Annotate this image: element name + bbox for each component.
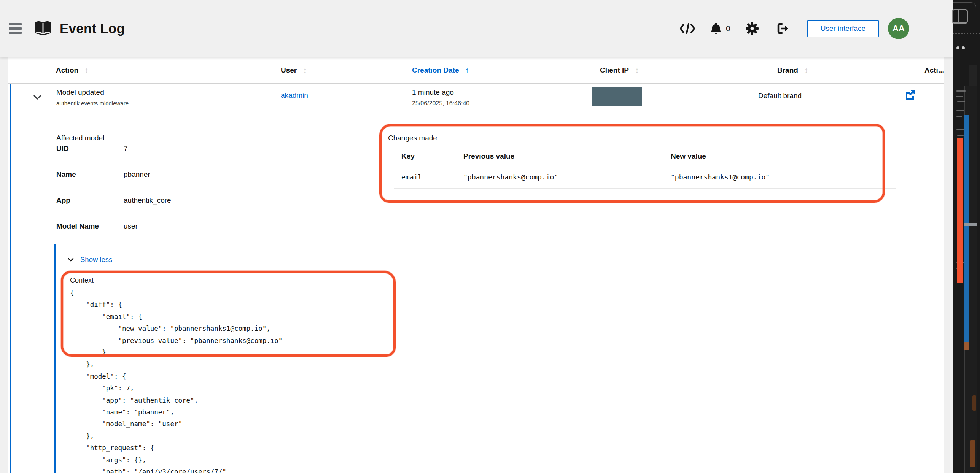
event-source: authentik.events.middleware [56, 100, 129, 106]
field-label-app: App [56, 196, 70, 205]
dot [956, 46, 959, 49]
changes-made-title: Changes made: [388, 134, 439, 142]
column-header-client-ip[interactable]: Client IP ↕ [600, 57, 639, 84]
event-log-book-icon [35, 20, 51, 37]
column-header-action[interactable]: Action ↕ [56, 57, 89, 84]
page-title: Event Log [60, 21, 125, 36]
sort-icon: ↕ [84, 66, 89, 75]
side-window-sliver[interactable] [953, 0, 980, 473]
change-key: email [401, 173, 422, 181]
changes-col-new: New value [671, 152, 706, 160]
table-header-row: Action ↕ User ↕ Creation Date ↑ Client I… [8, 57, 944, 84]
change-previous-value: "pbannershanks@comp.io" [463, 173, 558, 181]
field-value-app: authentik_core [124, 196, 171, 205]
top-bar: Event Log 0 [0, 0, 953, 57]
top-actions: 0 [679, 0, 909, 57]
field-value-uid: 7 [124, 144, 128, 153]
brand-value: Default brand [758, 92, 802, 100]
notification-count: 0 [726, 24, 730, 33]
sort-ascending-icon: ↑ [465, 66, 469, 75]
field-value-name: pbanner [124, 170, 150, 179]
mini-brown-bar [964, 342, 969, 350]
field-label-name: Name [56, 170, 76, 179]
column-header-brand[interactable]: Brand ↕ [777, 57, 808, 84]
affected-model-label: Affected model: [56, 134, 107, 142]
changes-col-key: Key [401, 152, 415, 160]
column-header-user[interactable]: User ↕ [281, 57, 307, 84]
event-action: Model updated [56, 88, 129, 97]
field-label-model-name: Model Name [56, 222, 99, 230]
table-row: Model updated authentik.events.middlewar… [8, 84, 944, 117]
split-columns-icon [952, 9, 968, 24]
client-ip-redacted [592, 87, 642, 106]
expanded-row-indicator [10, 84, 11, 473]
cell-creation-date: 1 minute ago 25/06/2025, 16:46:40 [412, 88, 469, 107]
scroll-handle[interactable] [964, 223, 977, 226]
user-interface-button[interactable]: User interface [807, 20, 879, 37]
hamburger-menu-icon[interactable] [9, 23, 22, 34]
field-label-uid: UID [56, 144, 69, 153]
chevron-down-icon [68, 258, 74, 262]
created-absolute: 25/06/2025, 16:46:40 [412, 100, 469, 107]
api-code-icon[interactable] [679, 23, 695, 34]
mini-orange-bar [957, 138, 963, 283]
collapse-row-chevron-icon[interactable] [33, 94, 41, 101]
notifications-bell-button[interactable]: 0 [711, 23, 730, 35]
show-less-label: Show less [80, 256, 112, 264]
settings-gear-icon[interactable] [746, 22, 759, 35]
event-context-card: Show less Context { "diff": { "email": {… [54, 244, 893, 473]
field-value-model-name: user [124, 222, 138, 230]
created-relative: 1 minute ago [412, 88, 469, 97]
context-label: Context [70, 276, 94, 284]
sort-icon: ↕ [635, 66, 639, 75]
changes-divider [394, 188, 896, 189]
changes-divider [394, 167, 896, 167]
changes-col-previous: Previous value [463, 152, 514, 160]
cell-action: Model updated authentik.events.middlewar… [56, 88, 129, 106]
column-header-creation-date[interactable]: Creation Date ↑ [412, 57, 469, 84]
column-header-actions: Acti... [924, 57, 944, 84]
sort-icon: ↕ [303, 66, 307, 75]
divider [953, 33, 980, 34]
sort-icon: ↕ [804, 66, 808, 75]
dot [962, 46, 965, 49]
sign-out-icon[interactable] [777, 23, 789, 34]
context-json-code: { "diff": { "email": { "new_value": "pba… [70, 287, 282, 473]
brand-area: Event Log [9, 0, 125, 57]
change-new-value: "pbannershanks1@comp.io" [671, 173, 770, 181]
show-less-toggle[interactable]: Show less [68, 256, 112, 264]
avatar[interactable]: AA [888, 18, 909, 39]
open-event-icon[interactable] [905, 90, 915, 102]
mini-blue-bar [964, 115, 969, 342]
user-link[interactable]: akadmin [281, 91, 308, 100]
